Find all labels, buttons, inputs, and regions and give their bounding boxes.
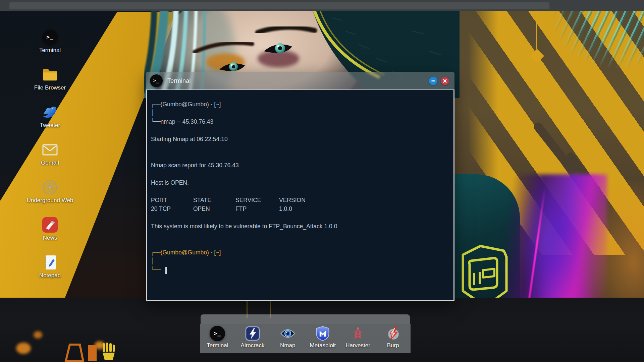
dock-item-label: Nmap [280,342,295,349]
wallpaper-plumb-line [536,12,537,49]
terminal-table-cell: FTP [235,204,279,213]
terminal-table-cell: VERSION [279,196,306,204]
dock-item-label: Burp [387,342,399,349]
prompt-box-glyph: ┌── [151,249,161,256]
terminal-window-titlebar[interactable]: >_ Terminal [146,72,454,89]
dock-item-metasploit[interactable]: Metasploit [305,324,340,349]
terminal-text-line: Host is OPEN. [151,178,447,187]
desktop-icon-label: Gomail [41,160,59,166]
window-controls [429,77,449,85]
dock-item-label: Harvester [345,342,370,349]
terminal-blank-line [151,143,447,152]
terminal-table-cell: OPEN [193,204,235,213]
terminal-prompt-line: │ [151,109,447,117]
close-icon [443,79,447,83]
dock-item-airocrack[interactable]: Airocrack [235,324,270,349]
wallpaper-panel-glyphs [64,343,121,362]
burp-icon [385,326,401,341]
web-icon [42,180,58,195]
terminal-table-row: PORTSTATESERVICEVERSION [151,196,447,204]
harvester-icon [350,326,366,341]
terminal-icon: >_ [42,29,58,45]
terminal-prompt-line: ┌──(Gumbo@Gumbo) - [~] [151,248,447,257]
dock-item-terminal[interactable]: >_Terminal [200,324,235,349]
terminal-cursor [165,267,167,274]
terminal-table-cell: STATE [193,196,235,204]
prompt-box-glyph: ┌── [151,101,161,108]
terminal-text-line: Starting Nmap at 06:22:54:10 [151,135,447,143]
top-taskbar-inset [9,2,549,9]
terminal-text-line: This system is most likely to be vulnera… [151,222,447,231]
news-icon [42,217,58,233]
terminal-blank-line [151,126,447,135]
terminal-blank-line [151,187,447,196]
nmap-icon [280,326,296,341]
desktop-icon-label: News [43,235,57,241]
terminal-blank-line [151,213,447,222]
terminal-icon: >_ [150,74,163,87]
dock-item-harvester[interactable]: Harvester [340,324,376,349]
desktop-icon-tweeter[interactable]: Tweeter [25,105,75,129]
desktop-icon-news[interactable]: News [25,217,75,241]
dock-item-label: Terminal [207,342,228,349]
terminal-prompt-line: └── [151,265,447,274]
terminal-window: >_ Terminal ┌──(Gumbo@Gumbo) - [~]│└──nm… [146,72,454,301]
terminal-table-cell: 1.0.0 [279,204,292,213]
notepad-icon [42,255,58,270]
terminal-prompt-line: │ [151,257,447,265]
desktop-icon-underground-web[interactable]: Underground Web [25,180,75,204]
desktop-icon-label: Terminal [39,47,61,54]
desktop-icon-file-browser[interactable]: File Browser [25,67,75,91]
application-dock: >_TerminalAirocrackNmapMetasploitHarvest… [200,314,411,353]
desktop-icon-label: Underground Web [27,197,73,204]
terminal-text-line: Nmap scan report for 45.30.76.43 [151,161,447,170]
terminal-output[interactable]: ┌──(Gumbo@Gumbo) - [~]│└──nmap -- 45.30.… [146,89,454,301]
prompt-box-glyph: │ [151,110,154,116]
desktop-icon-column: >_TerminalFile BrowserTweeterGomailUnder… [25,29,75,279]
desktop-icon-label: Notepad [39,272,61,279]
minimize-icon [431,80,435,81]
desktop-icon-label: File Browser [34,84,66,91]
desktop-icon-gomail[interactable]: Gomail [25,142,75,166]
terminal-blank-line [151,239,447,248]
wallpaper-orange-dot [16,343,31,354]
desktop-icon-notepad[interactable]: Notepad [25,255,75,279]
wallpaper-orange-dot [34,331,42,339]
terminal-blank-line [151,152,447,161]
mail-icon [42,142,58,158]
window-title: Terminal [167,77,191,84]
terminal-blank-line [151,231,447,239]
top-taskbar [0,0,644,11]
dock-item-label: Airocrack [241,342,265,349]
terminal-table-cell: SERVICE [235,196,279,204]
prompt-box-glyph: └── [151,266,161,273]
folder-icon [42,67,58,82]
terminal-prompt-line: ┌──(Gumbo@Gumbo) - [~] [151,100,447,109]
metasploit-icon [315,326,330,341]
terminal-table-cell: 20 TCP [151,204,193,213]
close-button[interactable] [441,77,449,85]
terminal-icon: >_ [210,326,225,341]
dock-item-nmap[interactable]: Nmap [270,324,305,349]
bird-icon [42,105,58,120]
dock-handle[interactable] [201,314,410,324]
terminal-table-cell: PORT [151,196,193,204]
desktop-icon-terminal[interactable]: >_Terminal [25,29,75,54]
dock-item-burp[interactable]: Burp [375,324,411,349]
prompt-box-glyph: │ [151,258,154,264]
prompt-box-glyph: └── [151,118,161,125]
minimize-button[interactable] [429,77,437,85]
terminal-prompt-line: └──nmap -- 45.30.76.43 [151,117,447,126]
airocrack-icon [245,326,260,341]
terminal-table-row: 20 TCPOPENFTP1.0.0 [151,204,447,213]
desktop-icon-label: Tweeter [40,122,60,129]
terminal-blank-line [151,170,447,178]
dock-panel: >_TerminalAirocrackNmapMetasploitHarvest… [200,324,411,353]
dock-item-label: Metasploit [310,342,336,349]
